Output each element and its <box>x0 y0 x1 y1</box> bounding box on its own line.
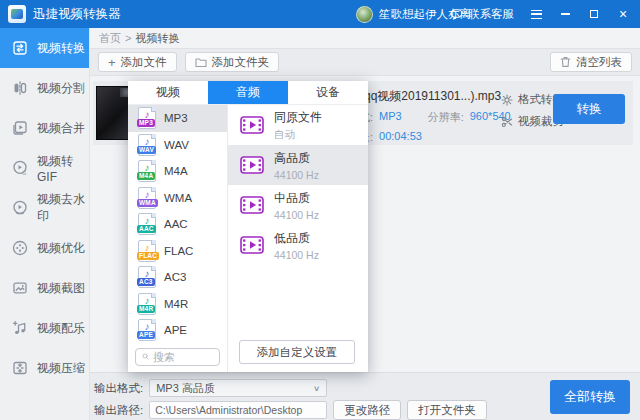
format-name: WMA <box>164 192 192 204</box>
clear-list-button[interactable]: 清空列表 <box>550 52 632 72</box>
format-option-wav[interactable]: ♪WAV WAV <box>128 132 227 159</box>
format-option-ac3[interactable]: ♪AC3 AC3 <box>128 264 227 291</box>
sidebar-item-video-convert[interactable]: 视频转换 <box>0 28 89 68</box>
music-doc-icon: ♪FLAC <box>138 240 156 262</box>
format-option-m4r[interactable]: ♪M4R M4R <box>128 291 227 318</box>
quality-option-low[interactable]: 低品质44100 Hz <box>228 225 368 265</box>
sidebar-item-video-optimize[interactable]: 视频优化 <box>0 228 89 268</box>
search-icon <box>142 351 149 362</box>
open-folder-button[interactable]: 打开文件夹 <box>407 400 487 420</box>
support-label: 联系客服 <box>468 7 514 22</box>
contact-support-button[interactable]: 联系客服 <box>450 7 514 22</box>
watermark-remove-icon <box>11 199 29 217</box>
sidebar-item-label: 视频去水印 <box>37 191 89 225</box>
add-custom-settings-button[interactable]: 添加自定义设置 <box>239 340 355 364</box>
output-format-select[interactable]: MP3 高品质 ∨ <box>149 379 327 397</box>
screenshot-icon <box>11 279 29 297</box>
file-name: qq视频201911301...).mp3 <box>364 88 501 105</box>
output-settings-bar: 输出格式: MP3 高品质 ∨ 输出路径: 更改路径 打开文件夹 全部转换 <box>90 372 640 420</box>
minimize-icon[interactable] <box>558 6 572 22</box>
tab-device[interactable]: 设备 <box>288 81 368 104</box>
menu-icon[interactable] <box>529 6 543 22</box>
music-doc-icon: ♪MP3 <box>138 107 156 129</box>
breadcrumb: 首页 > 视频转换 <box>90 28 640 48</box>
format-search[interactable] <box>135 348 220 367</box>
format-option-wma[interactable]: ♪WMA WMA <box>128 185 227 212</box>
user-avatar <box>356 6 373 23</box>
format-option-flac[interactable]: ♪FLAC FLAC <box>128 238 227 265</box>
change-path-button[interactable]: 更改路径 <box>333 400 401 420</box>
sidebar-item-video-compress[interactable]: 视频压缩 <box>0 348 89 388</box>
toolbar: + 添加文件 添加文件夹 清空列表 <box>90 48 640 76</box>
quality-name: 高品质 <box>274 150 319 167</box>
search-input[interactable] <box>153 351 213 363</box>
quality-name: 中品质 <box>274 190 319 207</box>
convert-icon <box>11 39 29 57</box>
convert-all-button[interactable]: 全部转换 <box>550 380 630 414</box>
clear-list-label: 清空列表 <box>576 55 622 70</box>
music-doc-icon: ♪WMA <box>138 187 156 209</box>
trash-icon <box>560 56 571 68</box>
tab-audio[interactable]: 音频 <box>208 81 288 104</box>
breadcrumb-separator: > <box>125 32 131 44</box>
sidebar-item-label: 视频配乐 <box>37 320 85 337</box>
sidebar-item-video-merge[interactable]: 视频合并 <box>0 108 89 148</box>
format-option-m4a[interactable]: ♪M4A M4A <box>128 158 227 185</box>
add-folder-label: 添加文件夹 <box>212 55 270 70</box>
film-icon <box>240 116 264 134</box>
sidebar-item-video-screenshot[interactable]: 视频截图 <box>0 268 89 308</box>
quality-sub: 自动 <box>274 128 322 142</box>
resolution-label: 分辨率: <box>428 110 464 125</box>
format-name: WAV <box>164 139 189 151</box>
quality-option-original[interactable]: 同原文件自动 <box>228 105 368 145</box>
format-option-mp3[interactable]: ♪MP3 MP3 <box>128 105 227 132</box>
sidebar-item-label: 视频合并 <box>37 120 85 137</box>
duration-value: 00:04:53 <box>379 130 422 145</box>
format-name: FLAC <box>164 245 193 257</box>
close-icon[interactable]: × <box>616 6 630 22</box>
chevron-down-icon: ∨ <box>313 384 320 393</box>
folder-icon <box>195 57 207 68</box>
music-note-icon <box>11 319 29 337</box>
sidebar-item-label: 视频分割 <box>37 80 85 97</box>
split-icon <box>11 79 29 97</box>
music-doc-icon: ♪APE <box>138 319 156 341</box>
output-format-label: 输出格式: <box>94 381 143 396</box>
sidebar-item-video-split[interactable]: 视频分割 <box>0 68 89 108</box>
format-name: APE <box>164 324 187 336</box>
sidebar-item-video-music[interactable]: 视频配乐 <box>0 308 89 348</box>
sidebar-item-label: 视频转GIF <box>37 153 89 184</box>
svg-text:G: G <box>22 170 26 176</box>
app-logo-icon <box>8 5 26 23</box>
maximize-icon[interactable] <box>587 6 601 22</box>
convert-button[interactable]: 转换 <box>553 94 625 124</box>
output-path-label: 输出路径: <box>94 403 143 418</box>
output-path-input[interactable] <box>149 401 327 419</box>
quality-name: 低品质 <box>274 230 319 247</box>
merge-icon <box>11 119 29 137</box>
sidebar: 视频转换 视频分割 视频合并 G 视频转GIF 视频去水印 视频优化 视频截图 <box>0 28 90 420</box>
breadcrumb-home[interactable]: 首页 <box>99 31 121 46</box>
add-file-button[interactable]: + 添加文件 <box>98 52 177 72</box>
format-option-aac[interactable]: ♪AAC AAC <box>128 211 227 238</box>
sidebar-item-label: 视频转换 <box>37 40 85 57</box>
compress-icon <box>11 359 29 377</box>
format-list: ♪MP3 MP3 ♪WAV WAV ♪M4A M4A ♪WMA WMA ♪AAC <box>128 105 228 372</box>
format-name: AC3 <box>164 271 186 283</box>
app-title: 迅捷视频转换器 <box>33 6 121 23</box>
film-icon <box>240 196 264 214</box>
film-icon <box>240 236 264 254</box>
chat-bubble-icon <box>450 8 463 21</box>
gif-icon: G <box>11 159 29 177</box>
scissors-icon <box>501 116 513 128</box>
sidebar-item-video-to-gif[interactable]: G 视频转GIF <box>0 148 89 188</box>
format-value: MP3 <box>379 110 402 125</box>
tab-video[interactable]: 视频 <box>128 81 208 104</box>
format-name: AAC <box>164 218 188 230</box>
add-folder-button[interactable]: 添加文件夹 <box>185 52 280 72</box>
quality-list: 同原文件自动 高品质44100 Hz 中品质44100 Hz 低品质44100 … <box>228 105 368 372</box>
format-option-ape[interactable]: ♪APE APE <box>128 317 227 344</box>
quality-option-medium[interactable]: 中品质44100 Hz <box>228 185 368 225</box>
sidebar-item-video-watermark-remove[interactable]: 视频去水印 <box>0 188 89 228</box>
quality-option-high[interactable]: 高品质44100 Hz <box>228 145 368 185</box>
